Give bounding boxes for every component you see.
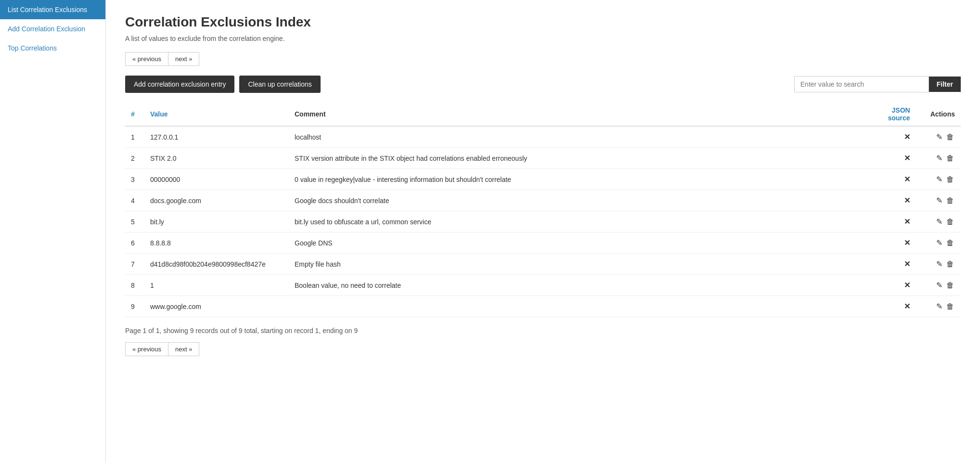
delete-button[interactable]: 🗑 [945,259,955,270]
action-icons: ✎ 🗑 [935,258,955,270]
edit-button[interactable]: ✎ [935,131,943,142]
action-icons: ✎ 🗑 [935,280,955,291]
next-page-bottom-button[interactable]: next » [168,342,199,356]
table-row: 8 1 Boolean value, no need to correlate … [125,275,961,296]
cell-comment: 0 value in regegkey|value - interesting … [289,169,882,190]
cell-value: 127.0.0.1 [144,126,289,148]
cell-value: 00000000 [144,169,289,190]
page-title: Correlation Exclusions Index [125,14,961,30]
pagination-top: « previous next » [125,52,961,66]
cell-actions: ✎ 🗑 [925,190,961,211]
sidebar: List Correlation Exclusions Add Correlat… [0,0,106,463]
table-row: 9 www.google.com ✕ ✎ 🗑 [125,296,961,317]
cell-comment: Google docs shouldn't correlate [289,190,882,211]
edit-button[interactable]: ✎ [935,258,943,270]
col-header-actions: Actions [925,103,961,126]
cell-json: ✕ [882,254,925,275]
edit-button[interactable]: ✎ [935,237,943,248]
action-icons: ✎ 🗑 [935,153,955,164]
cell-json: ✕ [882,296,925,317]
action-icons: ✎ 🗑 [935,237,955,248]
cell-value: www.google.com [144,296,289,317]
action-icons: ✎ 🗑 [935,195,955,206]
edit-button[interactable]: ✎ [935,195,943,206]
table-row: 4 docs.google.com Google docs shouldn't … [125,190,961,211]
cell-value: docs.google.com [144,190,289,211]
delete-button[interactable]: 🗑 [945,174,955,185]
json-x-mark: ✕ [904,218,910,226]
cell-value: 8.8.8.8 [144,232,289,254]
action-icons: ✎ 🗑 [935,174,955,185]
cell-value: bit.ly [144,211,289,232]
delete-button[interactable]: 🗑 [945,217,955,227]
table-row: 3 00000000 0 value in regegkey|value - i… [125,169,961,190]
action-icons: ✎ 🗑 [935,216,955,227]
cell-num: 8 [125,275,144,296]
action-icons: ✎ 🗑 [935,131,955,142]
add-entry-button[interactable]: Add correlation exclusion entry [125,76,234,93]
json-x-mark: ✕ [904,154,910,162]
edit-button[interactable]: ✎ [935,280,943,291]
cell-actions: ✎ 🗑 [925,254,961,275]
cell-num: 3 [125,169,144,190]
next-page-top-button[interactable]: next » [168,52,199,66]
cell-comment: Google DNS [289,232,882,254]
page-info: Page 1 of 1, showing 9 records out of 9 … [125,327,961,334]
delete-button[interactable]: 🗑 [945,280,955,291]
delete-button[interactable]: 🗑 [945,153,955,164]
page-subtitle: A list of values to exclude from the cor… [125,35,961,42]
main-content: Correlation Exclusions Index A list of v… [106,0,980,463]
json-x-mark: ✕ [904,196,910,205]
cell-num: 4 [125,190,144,211]
cell-actions: ✎ 🗑 [925,232,961,254]
actions-row: Add correlation exclusion entry Clean up… [125,76,961,93]
edit-button[interactable]: ✎ [935,301,943,312]
col-header-num: # [125,103,144,126]
filter-button[interactable]: Filter [929,77,961,92]
col-header-comment: Comment [289,103,882,126]
cell-json: ✕ [882,148,925,169]
delete-button[interactable]: 🗑 [945,195,955,206]
cell-num: 5 [125,211,144,232]
json-x-mark: ✕ [904,239,910,247]
edit-button[interactable]: ✎ [935,153,943,164]
exclusions-table: # Value Comment JSONsource Actions 1 127… [125,103,961,317]
edit-button[interactable]: ✎ [935,174,943,185]
cell-num: 9 [125,296,144,317]
cell-json: ✕ [882,211,925,232]
delete-button[interactable]: 🗑 [945,238,955,248]
prev-page-bottom-button[interactable]: « previous [125,342,168,356]
sidebar-item-add-exclusion[interactable]: Add Correlation Exclusion [0,19,105,39]
cell-num: 6 [125,232,144,254]
cell-json: ✕ [882,190,925,211]
table-row: 2 STIX 2.0 STIX version attribute in the… [125,148,961,169]
cell-value: STIX 2.0 [144,148,289,169]
edit-button[interactable]: ✎ [935,216,943,227]
clean-up-button[interactable]: Clean up correlations [239,76,320,93]
sidebar-item-top-correlations[interactable]: Top Correlations [0,39,105,58]
cell-comment: localhost [289,126,882,148]
cell-actions: ✎ 🗑 [925,296,961,317]
sidebar-item-list-exclusions[interactable]: List Correlation Exclusions [0,0,105,19]
json-x-mark: ✕ [904,175,910,183]
cell-json: ✕ [882,275,925,296]
cell-actions: ✎ 🗑 [925,169,961,190]
json-x-mark: ✕ [904,260,910,268]
cell-actions: ✎ 🗑 [925,211,961,232]
cell-num: 1 [125,126,144,148]
cell-comment: Boolean value, no need to correlate [289,275,882,296]
cell-value: d41d8cd98f00b204e9800998ecf8427e [144,254,289,275]
cell-value: 1 [144,275,289,296]
action-icons: ✎ 🗑 [935,301,955,312]
prev-page-top-button[interactable]: « previous [125,52,168,66]
json-x-mark: ✕ [904,133,910,141]
table-row: 5 bit.ly bit.ly used to obfuscate a url,… [125,211,961,232]
delete-button[interactable]: 🗑 [945,132,955,142]
search-container: Filter [794,76,961,92]
search-input[interactable] [794,76,929,92]
table-row: 6 8.8.8.8 Google DNS ✕ ✎ 🗑 [125,232,961,254]
cell-comment: bit.ly used to obfuscate a url, common s… [289,211,882,232]
cell-actions: ✎ 🗑 [925,148,961,169]
delete-button[interactable]: 🗑 [945,301,955,312]
table-row: 7 d41d8cd98f00b204e9800998ecf8427e Empty… [125,254,961,275]
